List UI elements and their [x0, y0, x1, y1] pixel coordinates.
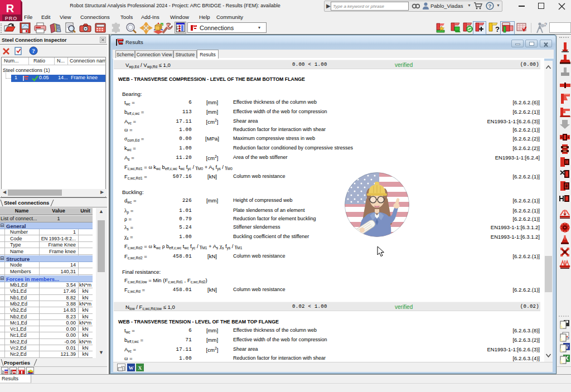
svg-text:?: ? [488, 3, 492, 9]
svg-text:?: ? [544, 22, 547, 27]
svg-text:W: W [129, 365, 134, 371]
svg-text:X: X [138, 365, 142, 371]
svg-text:?: ? [32, 47, 35, 54]
svg-text:?: ? [495, 25, 500, 33]
svg-text:R: R [6, 2, 14, 14]
svg-text:PRO: PRO [5, 16, 18, 21]
